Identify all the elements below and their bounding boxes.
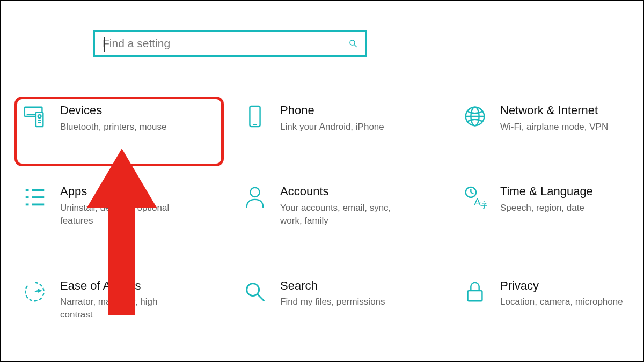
tile-apps[interactable]: Apps Uninstall, defaults, optional featu… bbox=[23, 184, 243, 227]
svg-text:字: 字 bbox=[480, 201, 487, 210]
tile-network[interactable]: Network & Internet Wi-Fi, airplane mode,… bbox=[463, 103, 644, 133]
tile-title: Ease of Access bbox=[60, 278, 189, 294]
tile-subtitle: Bluetooth, printers, mouse bbox=[60, 121, 166, 134]
tile-subtitle: Link your Android, iPhone bbox=[280, 121, 384, 134]
person-icon bbox=[243, 185, 267, 210]
ease-of-access-icon bbox=[23, 279, 47, 304]
tile-phone[interactable]: Phone Link your Android, iPhone bbox=[243, 103, 463, 133]
devices-icon bbox=[23, 104, 47, 129]
tile-devices[interactable]: Devices Bluetooth, printers, mouse bbox=[23, 103, 243, 133]
tile-subtitle: Find my files, permissions bbox=[280, 295, 385, 308]
tile-title: Apps bbox=[60, 184, 189, 200]
svg-point-27 bbox=[247, 283, 259, 295]
globe-icon bbox=[463, 104, 487, 129]
tile-search[interactable]: Search Find my files, permissions bbox=[243, 278, 463, 321]
tile-title: Privacy bbox=[500, 278, 623, 294]
magnifier-icon bbox=[243, 279, 267, 304]
tile-subtitle: Location, camera, microphone bbox=[500, 295, 623, 308]
svg-line-1 bbox=[354, 45, 357, 47]
search-icon bbox=[348, 39, 358, 48]
tile-title: Network & Internet bbox=[500, 103, 608, 119]
svg-rect-29 bbox=[468, 291, 482, 301]
tile-title: Accounts bbox=[280, 184, 409, 200]
lock-icon bbox=[463, 279, 487, 304]
tile-subtitle: Uninstall, defaults, optional features bbox=[60, 202, 189, 227]
tile-subtitle: Your accounts, email, sync, work, family bbox=[280, 202, 409, 227]
tile-subtitle: Speech, region, date bbox=[500, 202, 593, 215]
tile-title: Time & Language bbox=[500, 184, 593, 200]
tile-title: Search bbox=[280, 278, 385, 294]
tile-title: Phone bbox=[280, 103, 384, 119]
tile-ease-of-access[interactable]: Ease of Access Narrator, magnifier, high… bbox=[23, 278, 243, 321]
svg-line-26 bbox=[35, 291, 38, 292]
tile-privacy[interactable]: Privacy Location, camera, microphone bbox=[463, 278, 644, 321]
svg-marker-25 bbox=[38, 289, 42, 293]
svg-rect-8 bbox=[250, 106, 260, 127]
apps-icon bbox=[23, 185, 47, 210]
search-input[interactable] bbox=[103, 37, 348, 50]
tile-subtitle: Narrator, magnifier, high contrast bbox=[60, 295, 189, 321]
svg-line-22 bbox=[471, 193, 473, 194]
tile-accounts[interactable]: Accounts Your accounts, email, sync, wor… bbox=[243, 184, 463, 227]
search-box[interactable] bbox=[93, 30, 367, 57]
tile-time-language[interactable]: A 字 Time & Language Speech, region, date bbox=[463, 184, 644, 227]
phone-icon bbox=[243, 104, 267, 129]
svg-point-0 bbox=[350, 40, 355, 45]
time-language-icon: A 字 bbox=[463, 185, 487, 210]
tile-title: Devices bbox=[60, 103, 166, 119]
svg-point-19 bbox=[250, 188, 259, 197]
text-cursor bbox=[104, 37, 105, 52]
tile-subtitle: Wi-Fi, airplane mode, VPN bbox=[500, 121, 608, 134]
settings-grid: Devices Bluetooth, printers, mouse Phone… bbox=[23, 103, 638, 321]
svg-line-28 bbox=[258, 294, 264, 300]
